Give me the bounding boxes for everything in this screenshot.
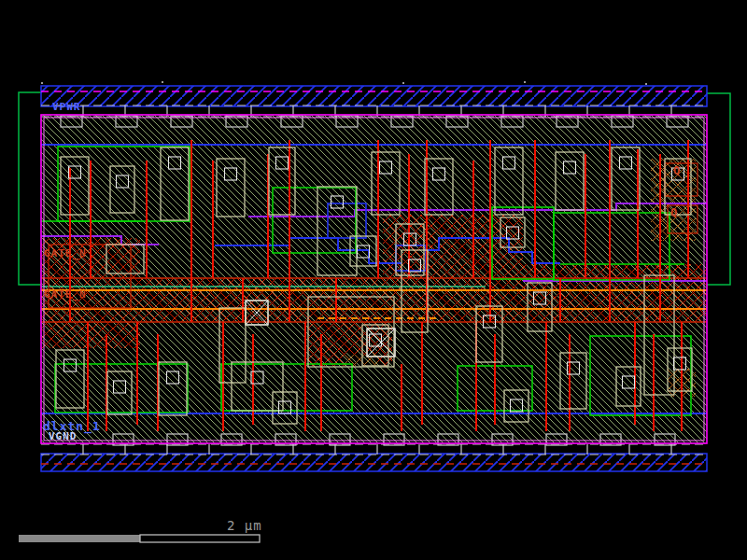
layout-canvas[interactable] — [0, 0, 747, 560]
layout-editor-screen: VPWR GATE_N GATE_N Q Q dlxtn_1 VGND 2 µm — [0, 0, 747, 560]
